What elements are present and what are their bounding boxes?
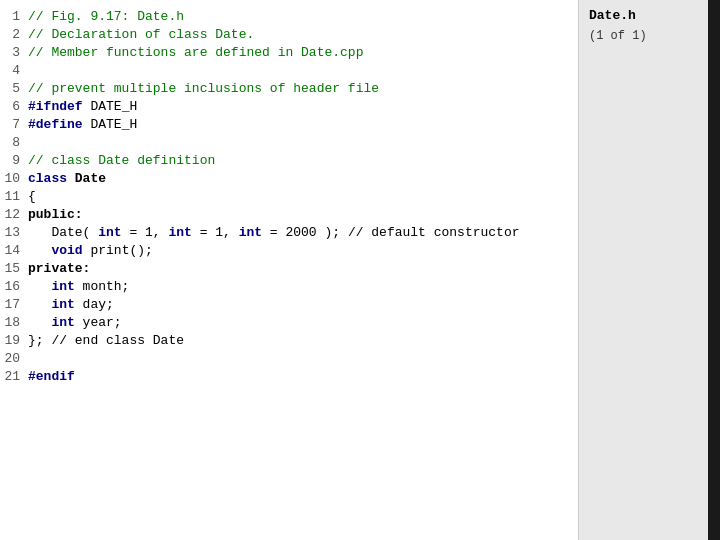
code-token <box>28 279 51 294</box>
code-token: year; <box>75 315 122 330</box>
line-number: 14 <box>0 242 28 260</box>
filename-label: Date.h <box>589 8 698 23</box>
line-content: void print(); <box>28 242 578 260</box>
line-content: #ifndef DATE_H <box>28 98 578 116</box>
line-number: 9 <box>0 152 28 170</box>
table-row: 1// Fig. 9.17: Date.h <box>0 8 578 26</box>
code-token: class <box>28 171 75 186</box>
code-token: = 1, <box>192 225 239 240</box>
code-token: Date <box>75 171 106 186</box>
line-number: 7 <box>0 116 28 134</box>
code-token: // prevent multiple inclusions of header… <box>28 81 379 96</box>
code-token: int <box>168 225 191 240</box>
table-row: 18 int year; <box>0 314 578 332</box>
line-number: 1 <box>0 8 28 26</box>
line-content: int year; <box>28 314 578 332</box>
table-row: 20 <box>0 350 578 368</box>
line-number: 4 <box>0 62 28 80</box>
table-row: 10class Date <box>0 170 578 188</box>
line-number: 16 <box>0 278 28 296</box>
line-number: 8 <box>0 134 28 152</box>
table-row: 7#define DATE_H <box>0 116 578 134</box>
code-token: day; <box>75 297 114 312</box>
code-token: #ifndef <box>28 99 90 114</box>
table-row: 6#ifndef DATE_H <box>0 98 578 116</box>
line-number: 10 <box>0 170 28 188</box>
code-token: DATE_H <box>90 99 137 114</box>
code-token: { <box>28 189 36 204</box>
dark-bar <box>708 0 720 540</box>
line-content: // class Date definition <box>28 152 578 170</box>
code-token: #endif <box>28 369 75 384</box>
line-number: 11 <box>0 188 28 206</box>
line-number: 2 <box>0 26 28 44</box>
line-content: int day; <box>28 296 578 314</box>
line-number: 18 <box>0 314 28 332</box>
line-content: // prevent multiple inclusions of header… <box>28 80 578 98</box>
table-row: 11{ <box>0 188 578 206</box>
line-content: public: <box>28 206 578 224</box>
line-content: private: <box>28 260 578 278</box>
line-number: 20 <box>0 350 28 368</box>
code-token: int <box>51 279 74 294</box>
table-row: 17 int day; <box>0 296 578 314</box>
code-token: void <box>51 243 82 258</box>
code-token: public: <box>28 207 83 222</box>
code-token: // Declaration of class Date. <box>28 27 254 42</box>
code-token <box>28 297 51 312</box>
code-token: print(); <box>83 243 153 258</box>
line-content: #endif <box>28 368 578 386</box>
line-number: 13 <box>0 224 28 242</box>
table-row: 4 <box>0 62 578 80</box>
code-token: // class Date definition <box>28 153 215 168</box>
code-token: int <box>98 225 121 240</box>
table-row: 14 void print(); <box>0 242 578 260</box>
code-token: int <box>239 225 262 240</box>
main-container: 1// Fig. 9.17: Date.h2// Declaration of … <box>0 0 720 540</box>
code-panel: 1// Fig. 9.17: Date.h2// Declaration of … <box>0 0 578 540</box>
code-area: 1// Fig. 9.17: Date.h2// Declaration of … <box>0 8 578 386</box>
table-row: 15private: <box>0 260 578 278</box>
line-content: class Date <box>28 170 578 188</box>
right-panel: Date.h (1 of 1) <box>578 0 708 540</box>
code-token: = 1, <box>122 225 169 240</box>
code-token: DATE_H <box>90 117 137 132</box>
line-number: 17 <box>0 296 28 314</box>
line-content: }; // end class Date <box>28 332 578 350</box>
line-content: // Fig. 9.17: Date.h <box>28 8 578 26</box>
line-number: 3 <box>0 44 28 62</box>
table-row: 16 int month; <box>0 278 578 296</box>
table-row: 8 <box>0 134 578 152</box>
code-token: private: <box>28 261 90 276</box>
page-info-label: (1 of 1) <box>589 29 698 43</box>
code-token: // Member functions are defined in Date.… <box>28 45 363 60</box>
line-content: Date( int = 1, int = 1, int = 2000 ); //… <box>28 224 578 242</box>
line-number: 5 <box>0 80 28 98</box>
line-number: 12 <box>0 206 28 224</box>
table-row: 21#endif <box>0 368 578 386</box>
code-token: // Fig. 9.17: Date.h <box>28 9 184 24</box>
code-token: int <box>51 297 74 312</box>
line-number: 21 <box>0 368 28 386</box>
code-token <box>28 315 51 330</box>
line-content: { <box>28 188 578 206</box>
code-token <box>28 243 51 258</box>
table-row: 12public: <box>0 206 578 224</box>
table-row: 2// Declaration of class Date. <box>0 26 578 44</box>
line-number: 6 <box>0 98 28 116</box>
table-row: 3// Member functions are defined in Date… <box>0 44 578 62</box>
code-token: Date( <box>28 225 98 240</box>
code-token: }; // end class Date <box>28 333 184 348</box>
table-row: 13 Date( int = 1, int = 1, int = 2000 );… <box>0 224 578 242</box>
table-row: 19}; // end class Date <box>0 332 578 350</box>
table-row: 5// prevent multiple inclusions of heade… <box>0 80 578 98</box>
code-token: month; <box>75 279 130 294</box>
table-row: 9// class Date definition <box>0 152 578 170</box>
line-content: // Declaration of class Date. <box>28 26 578 44</box>
code-token: = 2000 ); // default constructor <box>262 225 519 240</box>
line-number: 19 <box>0 332 28 350</box>
line-content: #define DATE_H <box>28 116 578 134</box>
line-number: 15 <box>0 260 28 278</box>
code-token: int <box>51 315 74 330</box>
line-content: // Member functions are defined in Date.… <box>28 44 578 62</box>
